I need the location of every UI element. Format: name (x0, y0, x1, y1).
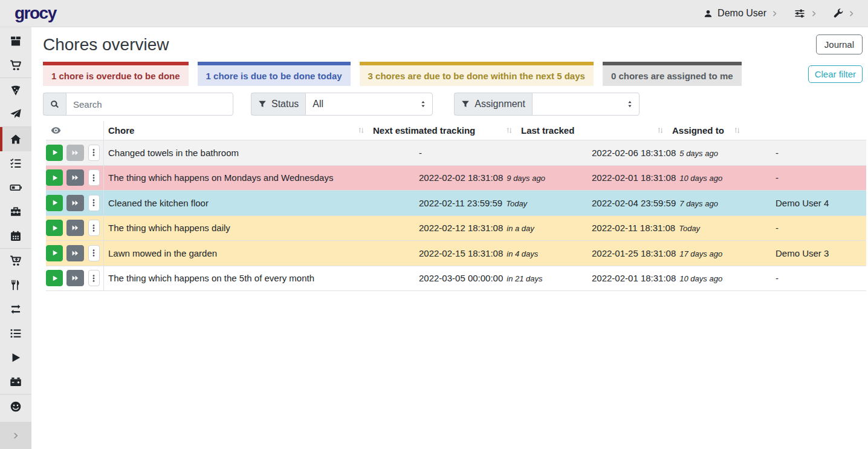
sidebar-item-battery-tracking[interactable] (0, 370, 31, 394)
next-estimated-tracking-cell: 2022-03-05 00:00:00 in 21 days (415, 273, 588, 283)
next-tracking-date: 2022-02-15 18:31:08 (419, 248, 503, 258)
settings-menu[interactable] (794, 8, 817, 19)
sidebar-item-batteries-overview[interactable] (0, 175, 31, 200)
last-tracked-date: 2022-02-11 18:31:08 (592, 223, 675, 233)
chevron-right-icon (811, 10, 817, 17)
last-tracked-cell: 2022-02-06 18:31:08 5 days ago (588, 148, 771, 158)
user-menu[interactable]: Demo User (704, 8, 778, 19)
status-filter-group: Status All (251, 93, 433, 116)
assigned-to: - (771, 148, 866, 158)
next-tracking-date: - (419, 148, 422, 158)
home-icon (10, 133, 22, 145)
cart-icon (10, 59, 22, 71)
skip-chore-button[interactable] (66, 270, 83, 286)
app-logo[interactable]: grocy (15, 4, 56, 23)
track-chore-execution-button[interactable] (46, 145, 63, 161)
sidebar-item-equipment[interactable] (0, 200, 31, 224)
assigned-to: - (771, 273, 866, 283)
forward-icon (71, 149, 79, 157)
filter-icon (461, 100, 470, 108)
sidebar-item-meal-plan[interactable] (0, 102, 31, 126)
skip-chore-button[interactable] (66, 169, 83, 186)
sidebar-item-stock-overview[interactable] (0, 29, 31, 53)
cart-plus-icon (10, 255, 22, 267)
last-tracked-date: 2022-01-25 18:31:08 (592, 248, 676, 258)
assignment-filter-select[interactable] (532, 93, 640, 116)
forward-icon (71, 199, 79, 207)
forward-icon (71, 224, 79, 232)
sidebar-group (0, 77, 31, 126)
sliders-icon (794, 8, 806, 19)
last-tracked-relative: 7 days ago (679, 199, 718, 208)
track-chore-execution-button[interactable] (46, 169, 63, 186)
chore-context-menu-button[interactable] (88, 169, 100, 186)
sidebar-item-inventory[interactable] (0, 321, 31, 346)
chore-name: Cleaned the kitchen floor (104, 198, 415, 208)
chore-name: The thing which happens on the 5th of ev… (104, 273, 415, 283)
sidebar-item-recipes[interactable] (0, 78, 31, 102)
chore-context-menu-button[interactable] (88, 270, 100, 286)
skip-chore-button[interactable] (66, 245, 83, 261)
chore-row-actions (46, 166, 104, 191)
search-input[interactable] (66, 93, 233, 116)
filter-card-due-soon[interactable]: 3 chores are due to be done within the n… (360, 62, 594, 86)
journal-button[interactable]: Journal (816, 34, 863, 54)
filter-card-overdue[interactable]: 1 chore is overdue to be done (43, 62, 189, 86)
table-controls: Status All Assignment (43, 93, 863, 116)
sort-icon (357, 126, 365, 134)
next-tracking-relative: in a day (507, 224, 534, 233)
last-tracked-relative: 17 days ago (679, 249, 722, 258)
pizza-icon (10, 84, 22, 96)
column-header-assigned-to[interactable]: Assigned to (668, 121, 745, 140)
ellipsis-v-icon (89, 274, 98, 283)
skip-chore-button[interactable] (66, 145, 83, 161)
sidebar-groups (0, 29, 31, 419)
chore-context-menu-button[interactable] (88, 220, 100, 236)
column-header-last-tracked[interactable]: Last tracked (517, 121, 668, 140)
chore-row: Changed towels in the bathroom - 2022-02… (46, 140, 866, 166)
skip-chore-button[interactable] (66, 195, 83, 211)
track-chore-execution-button[interactable] (46, 220, 63, 236)
sidebar-collapse-toggle[interactable] (0, 422, 31, 449)
sidebar (0, 27, 31, 449)
sidebar-item-calendar[interactable] (0, 224, 31, 248)
next-estimated-tracking-cell: 2022-02-15 18:31:08 in 4 days (415, 248, 588, 258)
last-tracked-relative: Today (679, 224, 700, 233)
clear-filter-button[interactable]: Clear filter (808, 65, 863, 83)
chore-context-menu-button[interactable] (88, 245, 100, 261)
track-chore-execution-button[interactable] (46, 245, 63, 261)
search-prepend (43, 93, 66, 116)
next-tracking-date: 2022-03-05 00:00:00 (419, 273, 503, 283)
last-tracked-date: 2022-02-04 23:59:59 (592, 198, 676, 208)
chore-context-menu-button[interactable] (88, 195, 100, 211)
chore-row: Lawn mowed in the garden 2022-02-15 18:3… (46, 241, 866, 266)
sidebar-item-purchase[interactable] (0, 249, 31, 273)
sidebar-item-shopping-list[interactable] (0, 53, 31, 77)
chore-name: The thing which happens daily (104, 223, 415, 233)
forward-icon (71, 274, 79, 282)
skip-chore-button[interactable] (66, 220, 83, 236)
admin-menu[interactable] (833, 8, 855, 19)
sidebar-item-consume[interactable] (0, 273, 31, 297)
column-header-chore[interactable]: Chore (104, 121, 369, 140)
chevron-right-icon (12, 432, 19, 439)
sidebar-item-transfer[interactable] (0, 297, 31, 321)
track-chore-execution-button[interactable] (46, 195, 63, 211)
select-arrows-icon (419, 100, 427, 108)
filter-cards-row: 1 chore is overdue to be done1 chore is … (43, 62, 863, 86)
chores-table: Chore Next estimated tracking Last track… (46, 121, 866, 291)
column-header-next-estimated-tracking[interactable]: Next estimated tracking (369, 121, 517, 140)
filter-icon (258, 100, 267, 108)
status-filter-select[interactable]: All (305, 93, 433, 116)
filter-card-assigned-to-me[interactable]: 0 chores are assigned to me (603, 62, 742, 86)
top-navbar: grocy Demo User (0, 0, 868, 27)
track-chore-execution-button[interactable] (46, 270, 63, 286)
sidebar-item-chore-tracking[interactable] (0, 346, 31, 370)
chore-context-menu-button[interactable] (88, 145, 100, 161)
next-estimated-tracking-cell: 2022-02-12 18:31:08 in a day (415, 223, 588, 233)
sidebar-item-chores-overview[interactable] (0, 127, 31, 151)
ellipsis-v-icon (89, 174, 98, 182)
sidebar-item-tasks[interactable] (0, 151, 31, 175)
sidebar-item-user-entity[interactable] (0, 395, 31, 419)
filter-card-due-today[interactable]: 1 chore is due to be done today (198, 62, 351, 86)
